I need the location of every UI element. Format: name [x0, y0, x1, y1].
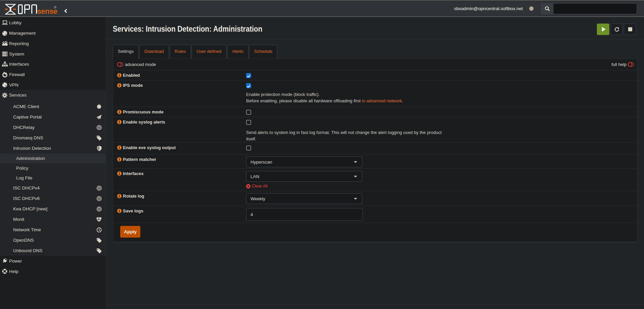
svg-text:R: R	[55, 6, 56, 8]
